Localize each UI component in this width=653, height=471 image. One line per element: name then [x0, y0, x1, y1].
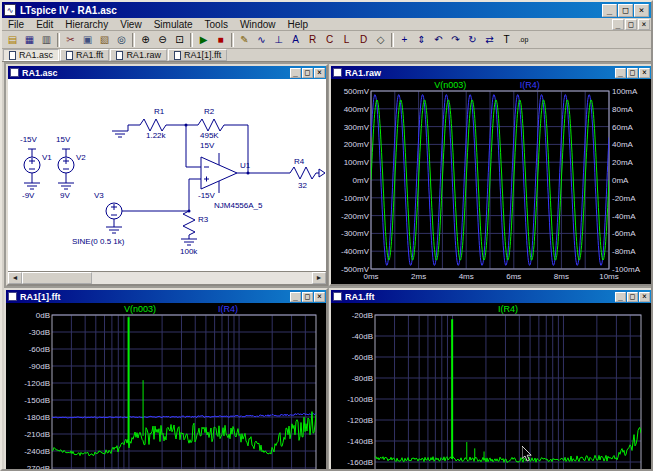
open-icon[interactable]: ▤	[4, 32, 21, 48]
resistor-icon[interactable]: R	[304, 32, 321, 48]
child-maximize-button[interactable]: □	[627, 292, 638, 302]
scrollbar-track[interactable]	[22, 272, 312, 284]
scroll-left-button[interactable]: ◄	[8, 272, 22, 284]
document-tab[interactable]: RA1[1].fft	[168, 49, 227, 61]
child-close-button[interactable]: ×	[314, 292, 325, 302]
drag-icon[interactable]: ⇕	[413, 32, 430, 48]
document-tab[interactable]: RA1.fft	[60, 49, 109, 61]
mirror-icon[interactable]: ⇄	[481, 32, 498, 48]
menu-simulate[interactable]: Simulate	[148, 18, 199, 31]
waveform-window-titlebar[interactable]: RA1.raw _ □ ×	[331, 66, 651, 79]
transient-plot-canvas[interactable]	[331, 79, 651, 284]
mdi-minimize-button[interactable]: _	[612, 19, 624, 30]
document-tab[interactable]: RA1.asc	[3, 49, 59, 61]
trace-legend-label[interactable]: I(R4)	[218, 304, 238, 314]
y-axis-tick-label: -60mA	[612, 229, 636, 238]
directive-icon[interactable]: .op	[515, 32, 532, 48]
child-close-button[interactable]: ×	[639, 68, 650, 78]
fft-window-1-titlebar[interactable]: RA1[1].fft _ □ ×	[6, 290, 326, 303]
y-axis-tick-label: -120dB	[337, 416, 373, 425]
print-icon[interactable]: ▥	[38, 32, 55, 48]
save-icon[interactable]: ▦	[21, 32, 38, 48]
child-close-button[interactable]: ×	[314, 68, 325, 78]
label-icon[interactable]: A	[287, 32, 304, 48]
diode-icon[interactable]: D	[355, 32, 372, 48]
menu-file[interactable]: File	[2, 18, 30, 31]
schematic-label: V1	[42, 153, 52, 162]
child-minimize-button[interactable]: _	[290, 68, 301, 78]
y-axis-tick-label: 60mA	[612, 123, 633, 132]
fft-plot-area-1[interactable]: 0dB-30dB-60dB-90dB-120dB-150dB-180dB-210…	[6, 303, 326, 469]
menu-bar: FileEditHierarchyViewSimulateToolsWindow…	[2, 18, 651, 31]
mdi-restore-button[interactable]: □	[625, 19, 637, 30]
minimize-button[interactable]: _	[602, 4, 617, 17]
child-minimize-button[interactable]: _	[615, 292, 626, 302]
undo-icon[interactable]: ↶	[430, 32, 447, 48]
ground-icon[interactable]: ⊥	[270, 32, 287, 48]
trace-legend-label[interactable]: I(R4)	[520, 80, 540, 90]
child-maximize-button[interactable]: □	[302, 292, 313, 302]
mdi-close-button[interactable]: ×	[638, 19, 650, 30]
menu-window[interactable]: Window	[234, 18, 282, 31]
rotate-icon[interactable]: ↻	[464, 32, 481, 48]
schematic-label: -15V	[198, 191, 215, 200]
copy-icon[interactable]: ▣	[79, 32, 96, 48]
menu-hierarchy[interactable]: Hierarchy	[59, 18, 114, 31]
wire-icon[interactable]: ∿	[253, 32, 270, 48]
run-icon[interactable]: ▶	[195, 32, 212, 48]
halt-icon[interactable]: ■	[212, 32, 229, 48]
mdi-client-area: RA1.asc _ □ ×	[4, 62, 653, 469]
child-close-button[interactable]: ×	[639, 292, 650, 302]
child-minimize-button[interactable]: _	[615, 68, 626, 78]
horizontal-scrollbar[interactable]: ◄ ►	[8, 271, 326, 284]
scroll-right-button[interactable]: ►	[312, 272, 326, 284]
schematic-label: R2	[204, 107, 214, 116]
ltspice-main-window: ∿ LTspice IV - RA1.asc _ □ × FileEditHie…	[0, 0, 653, 471]
close-button[interactable]: ×	[634, 4, 649, 17]
document-tab[interactable]: RA1.raw	[110, 49, 167, 61]
trace-legend-label[interactable]: I(R4)	[498, 304, 518, 314]
fft-plot-area-2[interactable]: -20dB-40dB-60dB-80dB-100dB-120dB-140dB-1…	[331, 303, 651, 469]
paste-icon[interactable]: ▧	[96, 32, 113, 48]
y-axis-tick-label: 100mA	[612, 87, 637, 96]
edit-icon[interactable]: ✎	[236, 32, 253, 48]
fft-plot-canvas[interactable]	[331, 303, 651, 469]
child-maximize-button[interactable]: □	[302, 68, 313, 78]
trace-legend-label[interactable]: V(n003)	[124, 304, 156, 314]
main-titlebar[interactable]: ∿ LTspice IV - RA1.asc _ □ ×	[2, 2, 651, 18]
find-icon[interactable]: ◎	[113, 32, 130, 48]
app-icon[interactable]: ∿	[4, 4, 16, 16]
text-icon[interactable]: T	[498, 32, 515, 48]
child-maximize-button[interactable]: □	[627, 68, 638, 78]
move-icon[interactable]: +	[396, 32, 413, 48]
scrollbar-thumb[interactable]	[22, 272, 92, 284]
schematic-window[interactable]: RA1.asc _ □ ×	[6, 64, 328, 286]
transient-plot-area[interactable]: 500mV400mV300mV200mV100mV0mV-100mV-200mV…	[331, 79, 651, 284]
capacitor-icon[interactable]: C	[321, 32, 338, 48]
waveform-window[interactable]: RA1.raw _ □ × 500mV400mV300mV200mV100mV0…	[329, 64, 653, 286]
trace-legend-label[interactable]: V(n003)	[434, 80, 466, 90]
y-axis-tick-label: 500mV	[333, 87, 369, 96]
menu-view[interactable]: View	[114, 18, 148, 31]
component-icon[interactable]: ◇	[372, 32, 389, 48]
fft-window-1[interactable]: RA1[1].fft _ □ × 0dB-30dB-60dB-90dB-120d…	[4, 288, 328, 469]
zoom-full-icon[interactable]: ⊡	[171, 32, 188, 48]
zoom-in-icon[interactable]: ⊕	[137, 32, 154, 48]
menu-edit[interactable]: Edit	[30, 18, 59, 31]
fft-window-2-titlebar[interactable]: RA1.fft _ □ ×	[331, 290, 651, 303]
zoom-out-icon[interactable]: ⊖	[154, 32, 171, 48]
menu-help[interactable]: Help	[282, 18, 315, 31]
tab-label: RA1.fft	[76, 50, 103, 60]
y-axis-tick-label: -100mV	[333, 194, 369, 203]
child-minimize-button[interactable]: _	[290, 292, 301, 302]
schematic-window-titlebar[interactable]: RA1.asc _ □ ×	[8, 66, 326, 79]
fft-window-2[interactable]: RA1.fft _ □ × -20dB-40dB-60dB-80dB-100dB…	[329, 288, 653, 469]
maximize-button[interactable]: □	[618, 4, 633, 17]
tab-label: RA1.raw	[126, 50, 161, 60]
x-axis-tick-label: 2ms	[411, 272, 426, 281]
cut-icon[interactable]: ✂	[62, 32, 79, 48]
menu-tools[interactable]: Tools	[199, 18, 234, 31]
redo-icon[interactable]: ↷	[447, 32, 464, 48]
fft-plot-canvas[interactable]	[6, 303, 326, 469]
inductor-icon[interactable]: L	[338, 32, 355, 48]
